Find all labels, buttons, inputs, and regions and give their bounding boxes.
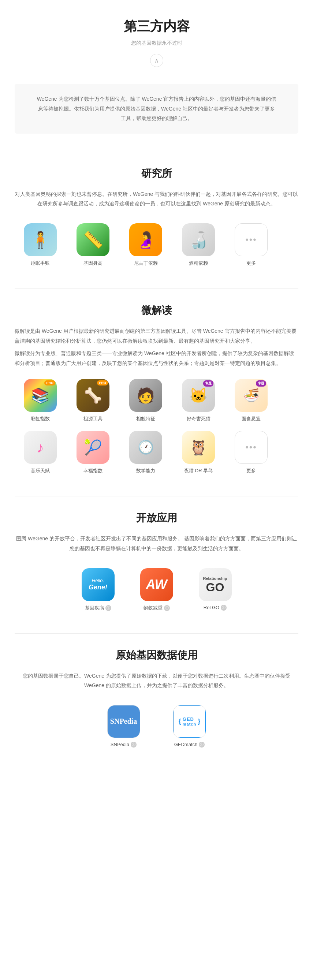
gedmatch-label: GEDmatch [174, 742, 198, 747]
aw-label-row: 蚂蚁减重 ⓘ [143, 605, 170, 611]
wejie-title: 微解读 [15, 304, 298, 317]
gene-disease-label: 基因疾病 [85, 605, 104, 611]
rainbow-label: 彩虹指数 [31, 415, 50, 422]
facial-label: 相貌特征 [136, 415, 155, 422]
alcohol-icon: 🍶 [182, 223, 215, 256]
wejie-app-happiness[interactable]: 🎾 幸福指数 [71, 431, 115, 474]
openapp-aw[interactable]: AW 蚂蚁减重 ⓘ [135, 568, 179, 611]
research-app-more[interactable]: ••• 更多 [229, 223, 273, 267]
gene-disease-info[interactable]: ⓘ [105, 605, 111, 611]
sleep-icon: 🧍 [24, 223, 57, 256]
gedmatch-info[interactable]: ⓘ [199, 742, 205, 748]
cat-label: 好奇害死猫 [187, 415, 210, 422]
cat-icon: 专题 🐱 [182, 379, 215, 412]
bottom-spacer [0, 770, 313, 791]
food-icon: 专题 🍜 [235, 379, 268, 412]
owl-label: 夜猫 OR 早鸟 [184, 468, 213, 474]
collapse-button[interactable]: ∧ [150, 54, 163, 67]
math-label: 数学能力 [136, 468, 155, 474]
math-icon: 🕐 [129, 431, 162, 464]
wejie-app-music[interactable]: ♪ 音乐天赋 [18, 431, 62, 474]
aw-label: 蚂蚁减重 [143, 605, 162, 611]
happiness-label: 幸福指数 [83, 468, 103, 474]
ancestor-icon: PRO 🦴 [76, 379, 110, 412]
gedmatch-icon: { GED match } [173, 705, 206, 738]
rawdata-snpedia[interactable]: SNPedia SNPedia ⓘ [102, 705, 146, 748]
more-research-icon: ••• [235, 223, 268, 256]
alcohol-label: 酒精依赖 [189, 260, 208, 267]
wejie-app-cat[interactable]: 专题 🐱 好奇害死猫 [176, 379, 220, 422]
more-research-label: 更多 [246, 260, 256, 267]
wejie-section: 微解读 微解读是由 WeGene 用户根据最新的研究进展而创建的第三方基因解读工… [0, 289, 313, 496]
music-label: 音乐天赋 [31, 468, 50, 474]
special-badge-2: 专题 [256, 380, 266, 387]
openapp-gene[interactable]: Hello, Gene! 基因疾病 ⓘ [76, 568, 120, 611]
page-title: 第三方内容 [0, 18, 313, 35]
relgo-icon: Relationship GO [199, 568, 232, 601]
openapps-section: 开放应用 图腾 WeGene 的开放平台，开发者社区开发出了不同的基因应用和服务… [0, 496, 313, 633]
sleep-label: 睡眠手账 [31, 260, 50, 267]
openapps-desc: 图腾 WeGene 的开放平台，开发者社区开发出了不同的基因应用和服务。 基因影… [15, 534, 298, 553]
owl-icon: 🦉 [182, 431, 215, 464]
gene-disease-icon: Hello, Gene! [82, 568, 114, 601]
rainbow-icon: PRO 📚 [24, 379, 57, 412]
intro-text: WeGene 为您检测了数十万个基因位点。除了 WeGene 官方报告上的内容以… [37, 94, 276, 123]
research-app-nicotine[interactable]: 🤰 尼古丁依赖 [124, 223, 168, 267]
height-icon: 📏 [76, 223, 110, 256]
snpedia-info[interactable]: ⓘ [131, 742, 137, 748]
research-app-alcohol[interactable]: 🍶 酒精依赖 [176, 223, 220, 267]
rawdata-title: 原始基因数据使用 [15, 648, 298, 662]
rawdata-section: 原始基因数据使用 您的基因数据属于您自己。WeGene 为您提供了原始数据的下载… [0, 634, 313, 770]
music-icon: ♪ [24, 431, 57, 464]
aw-info[interactable]: ⓘ [164, 605, 170, 611]
wejie-app-math[interactable]: 🕐 数学能力 [124, 431, 168, 474]
relgo-label: Rel GO [203, 605, 219, 610]
intro-box: WeGene 为您检测了数十万个基因位点。除了 WeGene 官方报告上的内容以… [15, 84, 298, 134]
happiness-icon: 🎾 [76, 431, 110, 464]
openapps-title: 开放应用 [15, 511, 298, 525]
nicotine-icon: 🤰 [129, 223, 162, 256]
research-app-sleep[interactable]: 🧍 睡眠手账 [18, 223, 62, 267]
wejie-desc2: 微解读分为专业版、普通版和专题三类——专业微解读为 WeGene 社区中的开发者… [15, 348, 298, 368]
more-dots: ••• [245, 235, 257, 245]
wejie-app-grid: PRO 📚 彩虹指数 PRO 🦴 祖源工具 🧑 相貌特征 专题 🐱 [15, 379, 298, 474]
snpedia-label: SNPedia [111, 742, 129, 747]
research-title: 研究所 [15, 167, 298, 180]
openapps-grid: Hello, Gene! 基因疾病 ⓘ AW 蚂蚁减重 ⓘ Relati [15, 568, 298, 611]
chevron-up-icon: ∧ [154, 57, 159, 64]
wejie-app-rainbow[interactable]: PRO 📚 彩虹指数 [18, 379, 62, 422]
rawdata-gedmatch[interactable]: { GED match } GEDmatch ⓘ [168, 705, 211, 748]
nicotine-label: 尼古丁依赖 [134, 260, 158, 267]
page-subtitle: 您的基因数据永不过时 [0, 40, 313, 46]
rawdata-grid: SNPedia SNPedia ⓘ { GED match } [15, 705, 298, 748]
rawdata-desc: 您的基因数据属于您自己。WeGene 为您提供了原始数据的下载，以便于您对数据进… [15, 671, 298, 690]
wejie-desc1: 微解读是由 WeGene 用户根据最新的研究进展而创建的第三方基因解读工具。尽管… [15, 326, 298, 345]
wejie-app-facial[interactable]: 🧑 相貌特征 [124, 379, 168, 422]
wejie-app-food[interactable]: 专题 🍜 面食忌宜 [229, 379, 273, 422]
research-app-height[interactable]: 📏 基因身高 [71, 223, 115, 267]
aw-icon: AW [140, 568, 173, 601]
facial-icon: 🧑 [129, 379, 162, 412]
gene-label-row: 基因疾病 ⓘ [85, 605, 111, 611]
page-header: 第三方内容 您的基因数据永不过时 ∧ [0, 0, 313, 84]
more-wejie-icon: ••• [235, 431, 268, 464]
ancestor-label: 祖源工具 [83, 415, 103, 422]
more-wejie-label: 更多 [246, 468, 256, 474]
pro-badge-2: PRO [97, 380, 108, 385]
openapp-relgo[interactable]: Relationship GO Rel GO ⓘ [193, 568, 237, 611]
gedmatch-label-row: GEDmatch ⓘ [174, 742, 205, 748]
snpedia-label-row: SNPedia ⓘ [111, 742, 137, 748]
wejie-app-ancestor[interactable]: PRO 🦴 祖源工具 [71, 379, 115, 422]
research-section: 研究所 对人类基因奥秘的探索一刻也未曾停息。在研究所，WeGene 与我们的科研… [0, 152, 313, 288]
pro-badge: PRO [44, 380, 55, 385]
relgo-info[interactable]: ⓘ [221, 605, 227, 611]
research-desc: 对人类基因奥秘的探索一刻也未曾停息。在研究所，WeGene 与我们的科研伙伴们一… [15, 189, 298, 208]
special-badge: 专题 [203, 380, 213, 387]
relgo-label-row: Rel GO ⓘ [203, 605, 227, 611]
food-label: 面食忌宜 [242, 415, 261, 422]
wejie-app-more[interactable]: ••• 更多 [229, 431, 273, 474]
height-label: 基因身高 [83, 260, 103, 267]
snpedia-icon: SNPedia [107, 705, 140, 738]
research-app-grid: 🧍 睡眠手账 📏 基因身高 🤰 尼古丁依赖 🍶 酒精依赖 [15, 223, 298, 267]
wejie-app-owl[interactable]: 🦉 夜猫 OR 早鸟 [176, 431, 220, 474]
